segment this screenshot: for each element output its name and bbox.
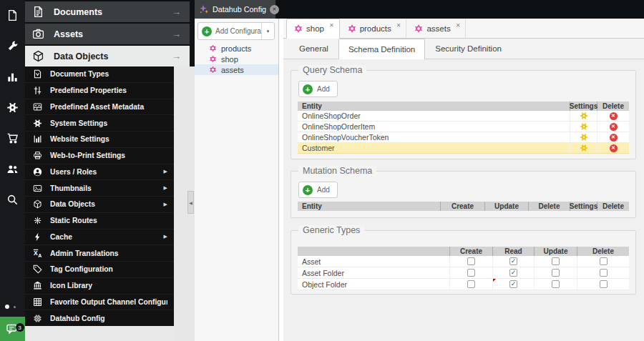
table-row[interactable]: Customer ✕	[298, 143, 629, 154]
update-checkbox[interactable]	[552, 280, 560, 288]
tab-label: Schema Definition	[348, 45, 415, 54]
table-row[interactable]: OnlineShopOrder ✕	[298, 111, 629, 122]
menu-item-data-objects[interactable]: Data Objects▶	[25, 197, 174, 213]
delete-checkbox[interactable]	[600, 257, 608, 265]
delete-icon[interactable]: ✕	[610, 144, 618, 152]
config-item-label: products	[221, 44, 251, 53]
table-row[interactable]: Asset✓	[298, 256, 629, 267]
menu-item-label: Predefined Properties	[50, 87, 167, 94]
type-cell: Asset	[298, 256, 450, 267]
tab-general[interactable]: General	[289, 39, 338, 59]
menu-item-label: Document Types	[50, 70, 167, 78]
menu-item-predefined-properties[interactable]: Predefined Properties	[25, 83, 174, 99]
menu-item-web-to-print-settings[interactable]: Web-to-Print Settings	[25, 148, 174, 164]
close-icon[interactable]: ✕	[396, 22, 401, 29]
menu-item-predefined-asset-metadata[interactable]: Predefined Asset Metadata	[25, 99, 174, 116]
sidebar-ecommerce-button[interactable]	[0, 123, 25, 154]
menu-item-admin-translations[interactable]: XAAdmin Translations	[25, 245, 174, 262]
menu-item-static-routes[interactable]: Static Routes	[25, 213, 174, 229]
delete-checkbox[interactable]	[600, 280, 608, 288]
create-checkbox[interactable]	[467, 257, 475, 265]
config-item-assets[interactable]: assets	[195, 64, 278, 75]
editor-tab-assets[interactable]: assets✕	[406, 19, 466, 38]
menu-item-favorite-output-channel-configurations[interactable]: Favorite Output Channel Configurations	[25, 295, 174, 311]
config-item-products[interactable]: products	[195, 43, 278, 54]
menu-item-users-roles[interactable]: Users / Roles▶	[25, 164, 174, 181]
sidebar-settings-button[interactable]	[0, 92, 25, 123]
add-configuration-button[interactable]: + Add Configuration ▼	[197, 22, 275, 40]
tag-icon	[33, 265, 42, 274]
page-icon	[32, 6, 44, 18]
menu-header-assets[interactable]: Assets→	[25, 24, 190, 44]
settings-gear-icon[interactable]	[580, 112, 588, 120]
config-item-label: shop	[221, 55, 238, 64]
menu-item-label: Web-to-Print Settings	[50, 152, 167, 159]
menu-header-documents[interactable]: Documents→	[25, 1, 190, 22]
read-checkbox[interactable]: ✓	[509, 269, 517, 277]
file-icon	[6, 9, 19, 21]
mutation-add-button[interactable]: + Add	[298, 182, 338, 198]
add-label: Add	[317, 186, 330, 194]
query-add-button[interactable]: + Add	[298, 81, 338, 97]
read-checkbox[interactable]: ✓	[509, 280, 517, 288]
collapse-handle[interactable]: ◀	[187, 191, 194, 214]
settings-gear-icon[interactable]	[580, 133, 588, 142]
menu-item-tag-configuration[interactable]: Tag Configuration	[25, 262, 174, 278]
col-delete: Delete	[577, 247, 629, 256]
sidebar-reports-button[interactable]	[0, 61, 25, 92]
menu-item-thumbnails[interactable]: Thumbnails▶	[25, 180, 174, 197]
read-checkbox[interactable]: ✓	[509, 257, 517, 265]
menu-header-data-objects[interactable]: Data Objects→	[25, 46, 190, 66]
chat-button[interactable]: 3	[0, 317, 25, 341]
menu-item-system-settings[interactable]: System Settings	[25, 115, 174, 132]
dot-icon	[14, 306, 16, 308]
graphql-icon	[414, 24, 423, 33]
delete-icon[interactable]: ✕	[610, 134, 618, 142]
close-icon[interactable]: ✕	[329, 22, 334, 29]
tab-security-definition[interactable]: Security Definition	[425, 39, 512, 59]
delete-icon[interactable]: ✕	[610, 123, 618, 131]
update-checkbox[interactable]	[552, 257, 560, 265]
graphql-icon	[209, 66, 217, 74]
generic-types-fieldset: Generic Types CreateReadUpdateDelete Ass…	[291, 230, 636, 295]
menu-item-label: Thumbnails	[50, 184, 164, 192]
delete-cell: ✕	[597, 132, 629, 142]
arrow-right-icon: →	[172, 51, 181, 61]
tab-datahub-config[interactable]: Datahub Config ✕	[195, 0, 275, 19]
sidebar-tools-button[interactable]	[0, 31, 25, 61]
create-checkbox[interactable]	[467, 280, 475, 288]
menu-item-datahub-config[interactable]: Datahub Config	[25, 310, 174, 326]
table-row[interactable]: Asset Folder✓	[298, 267, 629, 279]
sidebar-users-button[interactable]	[0, 154, 25, 184]
tab-schema-definition[interactable]: Schema Definition	[338, 39, 425, 59]
menu-item-icon-library[interactable]: Icon Library	[25, 278, 174, 295]
close-icon[interactable]: ✕	[456, 22, 461, 29]
menu-item-website-settings[interactable]: Website Settings	[25, 132, 174, 148]
panel-splitter[interactable]: ◀	[174, 66, 195, 341]
editor-tab-shop[interactable]: shop✕	[286, 19, 340, 39]
table-row[interactable]: OnlineShopVoucherToken ✕	[298, 132, 629, 143]
close-icon[interactable]: ✕	[270, 5, 279, 14]
table-row[interactable]: OnlineShopOrderItem ✕	[298, 122, 629, 132]
svg-text:A: A	[38, 253, 42, 258]
delete-checkbox[interactable]	[600, 269, 608, 277]
printer-icon	[33, 151, 42, 160]
settings-gear-icon[interactable]	[580, 122, 588, 131]
chevron-down-icon[interactable]: ▼	[262, 29, 274, 34]
update-checkbox[interactable]	[552, 269, 560, 277]
editor-tab-products[interactable]: products✕	[340, 19, 407, 38]
config-item-shop[interactable]: shop	[195, 54, 278, 64]
delete-icon[interactable]: ✕	[610, 112, 618, 120]
settings-gear-icon[interactable]	[580, 144, 588, 152]
sidebar-documents-button[interactable]	[0, 0, 25, 31]
sidebar-search-button[interactable]	[0, 184, 25, 215]
table-row[interactable]: Object Folder✓	[298, 279, 629, 290]
camera-icon	[32, 28, 44, 40]
menu-item-document-types[interactable]: Document Types	[25, 66, 174, 83]
menu-item-label: Cache	[50, 233, 164, 241]
create-checkbox[interactable]	[467, 269, 475, 277]
settings-cell	[570, 132, 597, 142]
update-cell	[535, 256, 577, 267]
menu-item-cache[interactable]: Cache▶	[25, 229, 174, 246]
plus-icon: +	[303, 84, 313, 94]
